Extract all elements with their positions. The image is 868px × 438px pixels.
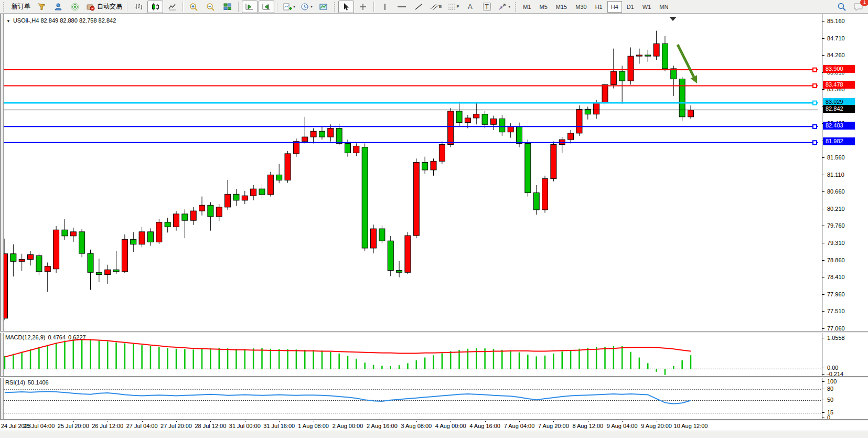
horizontal-line-icon (397, 3, 407, 11)
toolbar-grip[interactable] (3, 2, 5, 12)
price-tick-mark (822, 328, 824, 329)
price-tick-label: 78.410 (827, 274, 845, 280)
chevron-down-icon: ▾ (508, 4, 510, 9)
tab-timeframe-d1[interactable]: D1 (623, 1, 638, 13)
fibonacci-tool-button[interactable]: F (445, 1, 461, 13)
chart-shift-button[interactable] (259, 1, 274, 13)
vertical-line-tool-button[interactable] (377, 1, 393, 13)
tab-timeframe-m5[interactable]: M5 (536, 1, 551, 13)
template-button[interactable] (316, 1, 331, 13)
template-icon (319, 3, 328, 11)
time-tick-label: 9 Aug 04:00 (607, 423, 638, 429)
period-button[interactable]: ▾ (298, 1, 315, 13)
pane-separator[interactable] (0, 376, 868, 378)
tab-timeframe-m1[interactable]: M1 (519, 1, 534, 13)
tab-timeframe-h4[interactable]: H4 (607, 1, 622, 13)
trendline-tool-button[interactable] (411, 1, 426, 13)
price-tick-label: 80.210 (827, 206, 845, 212)
time-tick-label: 3 Aug 08:00 (401, 423, 432, 429)
macd-pane[interactable] (4, 333, 822, 377)
time-tick-label: 7 Aug 04:00 (504, 423, 535, 429)
tab-timeframe-m15[interactable]: M15 (552, 1, 571, 13)
fibonacci-icon (447, 3, 457, 11)
horizontal-line-tool-button[interactable] (394, 1, 410, 13)
macd-tick-mark (822, 374, 824, 375)
toolbar-separator (373, 2, 374, 12)
zoom-in-button[interactable] (186, 1, 202, 13)
tile-windows-button[interactable] (220, 1, 235, 13)
rsi-tick-mark (822, 412, 824, 413)
pane-separator[interactable] (0, 331, 868, 333)
toolbar-separator (277, 2, 278, 12)
crosshair-tool-button[interactable] (355, 1, 371, 13)
macd-tick-mark (822, 368, 824, 368)
toolbar-grip[interactable] (334, 2, 336, 12)
signal-icon-button[interactable] (67, 1, 83, 13)
new-order-button[interactable]: 新订单 (7, 1, 33, 13)
collapse-arrow-icon[interactable]: ▼ (6, 19, 10, 24)
text-tool-button[interactable]: A (462, 1, 478, 13)
fibo-sub-label: F (456, 4, 459, 9)
auto-trading-button[interactable]: 自动交易 (84, 1, 124, 13)
rsi-tick-mark (822, 389, 824, 389)
auto-scroll-icon (245, 3, 254, 11)
time-tick-label: 31 Jul 16:00 (263, 423, 295, 429)
profile-icon-button[interactable] (50, 1, 66, 13)
price-tick-mark (822, 294, 824, 295)
price-chart[interactable] (4, 15, 822, 332)
price-tick-label: 81.110 (827, 172, 844, 178)
pane-separator (0, 419, 868, 421)
rsi-tick-mark (822, 400, 824, 400)
tab-timeframe-h1[interactable]: H1 (592, 1, 606, 13)
channel-tool-button[interactable]: E (427, 1, 444, 13)
price-tick-mark (822, 277, 824, 277)
tab-timeframe-m30[interactable]: M30 (572, 1, 590, 13)
auto-scroll-button[interactable] (242, 1, 258, 13)
funnel-icon-button[interactable] (34, 1, 49, 13)
line-chart-mode-button[interactable] (164, 1, 180, 13)
add-indicator-button[interactable]: ▾ (281, 1, 297, 13)
price-tick-label: 80.660 (827, 188, 845, 195)
auto-trading-icon (86, 3, 95, 11)
price-axis[interactable]: 85.16084.71084.26083.81083.36082.91082.4… (822, 14, 868, 420)
level-price-badge: 83.478 (823, 81, 855, 89)
price-tick-label: 84.710 (827, 35, 845, 41)
zoom-in-icon (189, 3, 199, 11)
funnel-icon (37, 3, 46, 11)
rsi-label: RSI(14)50.1406 (5, 379, 51, 386)
price-tick-mark (822, 89, 824, 90)
time-axis[interactable]: 24 Jul 202325 Jul 04:0025 Jul 20:0026 Ju… (0, 420, 822, 431)
arrows-tool-button[interactable]: ▾ (496, 1, 512, 13)
text-label-tool-button[interactable]: T (479, 1, 495, 13)
price-tick-label: 78.860 (827, 257, 845, 263)
price-tick-label: 85.160 (827, 18, 845, 24)
tab-timeframe-w1[interactable]: W1 (639, 1, 655, 13)
candlestick-chart-icon (151, 3, 160, 11)
cursor-tool-button[interactable] (338, 1, 354, 13)
add-indicator-icon (283, 3, 292, 11)
clock-icon (301, 3, 309, 11)
price-tick-mark (822, 311, 824, 312)
time-tick-label: 1 Aug 08:00 (298, 423, 329, 429)
toolbar-grip[interactable] (515, 2, 517, 12)
zoom-out-button[interactable] (203, 1, 219, 13)
rsi-pane[interactable] (4, 378, 822, 419)
price-tick-mark (822, 55, 824, 56)
notifications-button[interactable]: 1 (851, 1, 866, 13)
main-toolbar: 新订单 自动交易 ▾ ▾ (0, 0, 868, 14)
search-button[interactable] (834, 1, 850, 13)
level-price-badge: 83.900 (823, 65, 855, 73)
time-tick-label: 9 Aug 20:00 (641, 423, 672, 429)
tab-timeframe-mn[interactable]: MN (656, 1, 672, 13)
level-price-badge: 81.982 (823, 137, 855, 145)
down-arrow-annotation (678, 45, 694, 77)
rsi-tick-label: 50 (827, 397, 833, 403)
candle-chart-mode-button[interactable] (147, 1, 163, 13)
price-tick-mark (822, 191, 824, 192)
time-tick-label: 8 Aug 12:00 (572, 423, 603, 429)
chevron-down-icon: ▾ (310, 4, 313, 9)
time-tick-label: 28 Jul 12:00 (195, 423, 226, 429)
time-tick-label: 27 Jul 04:00 (126, 423, 158, 429)
price-tick-mark (822, 243, 824, 243)
bar-chart-mode-button[interactable] (131, 1, 146, 13)
